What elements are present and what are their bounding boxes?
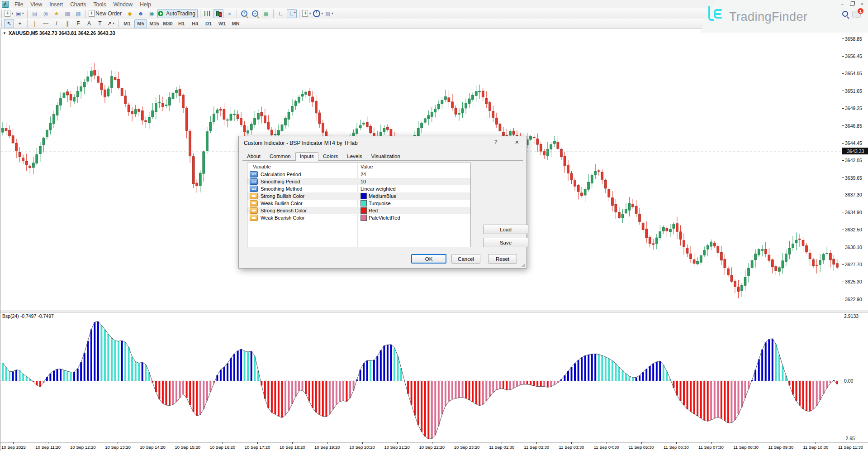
text-tool[interactable]: A xyxy=(84,19,94,28)
value-cell[interactable]: Red xyxy=(360,207,378,214)
menu-insert[interactable]: Insert xyxy=(46,1,66,8)
close-button[interactable]: × xyxy=(857,0,867,7)
value-cell[interactable]: PaleVioletRed xyxy=(360,215,400,221)
equidistant-channel-tool[interactable]: ∥ xyxy=(62,19,72,28)
metaeditor-button[interactable]: ◆ xyxy=(125,9,135,18)
price-axis[interactable]: 3658.853656.453654.053651.653649.253646.… xyxy=(842,29,868,310)
timeframe-mn[interactable]: MN xyxy=(229,19,242,28)
tile-windows-button[interactable]: ▦ xyxy=(261,9,271,18)
new-chart-icon: + xyxy=(5,10,10,17)
arrows-tool[interactable]: ↗▾ xyxy=(106,19,116,28)
indicators-button[interactable]: +▾ xyxy=(302,9,312,18)
dialog-resize-grip[interactable] xyxy=(522,263,525,267)
ok-button[interactable]: OK xyxy=(411,254,446,264)
tab-colors[interactable]: Colors xyxy=(318,152,342,160)
zoom-out-button[interactable]: − xyxy=(250,9,260,18)
value-cell[interactable]: Linear weighted xyxy=(360,186,396,192)
fibonacci-tool[interactable]: F xyxy=(73,19,83,28)
arrows-dropdown-icon[interactable]: ▾ xyxy=(113,22,114,25)
tab-visualization[interactable]: Visualization xyxy=(367,152,405,160)
table-row[interactable]: 123Smoothing MethodLinear weighted xyxy=(247,185,470,192)
table-row[interactable]: Weak Bullish ColorTurquoise xyxy=(247,200,470,207)
data-window-button[interactable]: ◎ xyxy=(41,9,51,18)
table-row[interactable]: Weak Bearish ColorPaleVioletRed xyxy=(247,214,470,221)
table-row[interactable]: 123Calculation Period24 xyxy=(247,171,470,178)
symbol-dropdown-icon[interactable]: ▼ xyxy=(3,31,6,35)
chart-candles-button[interactable] xyxy=(213,9,223,18)
table-row[interactable]: 123Smoothing Period10 xyxy=(247,178,470,185)
save-button[interactable]: Save xyxy=(483,238,528,247)
menu-charts[interactable]: Charts xyxy=(66,1,90,8)
autotrading-button[interactable]: AutoTrading xyxy=(157,9,198,18)
tab-inputs[interactable]: Inputs xyxy=(295,152,318,161)
menu-window[interactable]: Window xyxy=(110,1,137,8)
time-axis[interactable]: 10 Sep 202510 Sep 11:2010 Sep 12:2010 Se… xyxy=(0,442,868,451)
menu-tools[interactable]: Tools xyxy=(90,1,110,8)
navigator-button[interactable]: ★ xyxy=(52,9,62,18)
notifications-button[interactable]: ◉ xyxy=(147,9,157,18)
timeframe-d1[interactable]: D1 xyxy=(202,19,215,28)
crosshair-tool[interactable]: + xyxy=(15,19,25,28)
time-tick-mark xyxy=(153,442,153,444)
strategy-tester-button[interactable]: ▧ xyxy=(73,9,83,18)
chart-shift-button[interactable]: ∟▸ xyxy=(287,9,297,18)
horizontal-line-tool[interactable]: — xyxy=(41,19,51,28)
table-row[interactable]: Strong Bearish ColorRed xyxy=(247,207,470,214)
menu-help[interactable]: Help xyxy=(136,1,155,8)
templates-icon: ▨ xyxy=(325,11,330,16)
community-button[interactable]: ☻ xyxy=(136,9,146,18)
vertical-line-tool[interactable]: | xyxy=(30,19,40,28)
indicator-axis[interactable]: 2.9133 0.00 -2.65 xyxy=(842,312,868,442)
timeframe-h4[interactable]: H4 xyxy=(189,19,201,28)
timeframe-h1[interactable]: H1 xyxy=(175,19,188,28)
periods-button[interactable]: ▾ xyxy=(313,9,323,18)
value-cell[interactable]: Turquoise xyxy=(360,200,391,206)
market-watch-button[interactable]: ▤ xyxy=(30,9,40,18)
value-cell[interactable]: MediumBlue xyxy=(360,193,396,199)
dialog-help-button[interactable]: ? xyxy=(490,139,502,147)
timeframe-m30[interactable]: M30 xyxy=(161,19,174,28)
periods-dropdown-icon[interactable]: ▾ xyxy=(321,12,323,15)
tab-common[interactable]: Common xyxy=(265,152,295,160)
cancel-button[interactable]: Cancel xyxy=(451,254,480,264)
timeframe-m15[interactable]: M15 xyxy=(148,19,161,28)
profiles-dropdown-icon[interactable]: ▾ xyxy=(22,12,24,15)
trendline-tool[interactable]: / xyxy=(52,19,62,28)
templates-button[interactable]: ▨▾ xyxy=(324,9,334,18)
indicator-pane[interactable]: Bsp(24) -0.7497 -0.7497 xyxy=(0,312,842,442)
new-order-button[interactable]: +New Order xyxy=(88,9,124,18)
mt4-window: FileViewInsertChartsToolsWindowHelp –× +… xyxy=(0,0,868,451)
table-row[interactable]: Strong Bullish ColorMediumBlue xyxy=(247,192,470,200)
value-cell[interactable]: 24 xyxy=(360,172,366,177)
chart-bars-button[interactable] xyxy=(203,9,213,18)
tab-levels[interactable]: Levels xyxy=(342,152,366,160)
new-chart-dropdown-icon[interactable]: ▾ xyxy=(11,12,13,15)
indicators-dropdown-icon[interactable]: ▾ xyxy=(309,12,311,15)
restore-button[interactable] xyxy=(847,0,857,7)
price-tick-label: 3632.50 xyxy=(845,227,862,232)
text-label-tool[interactable]: T xyxy=(95,19,105,28)
search-icon[interactable] xyxy=(842,11,848,17)
zoom-in-button[interactable]: + xyxy=(239,9,249,18)
profiles-button[interactable]: ▣▾ xyxy=(15,9,25,18)
reset-button[interactable]: Reset xyxy=(488,254,517,264)
dialog-title-bar[interactable]: Custom Indicator - BSP Indicator MT4 by … xyxy=(239,136,526,150)
cursor-tool[interactable]: ↖ xyxy=(4,19,14,28)
timeframe-w1[interactable]: W1 xyxy=(216,19,228,28)
templates-dropdown-icon[interactable]: ▾ xyxy=(332,12,333,15)
value-cell[interactable]: 10 xyxy=(360,179,366,184)
auto-scroll-button[interactable]: ∟ xyxy=(276,9,286,18)
load-button[interactable]: Load xyxy=(483,225,528,234)
time-tick-mark xyxy=(536,442,537,444)
timeframe-m5[interactable]: M5 xyxy=(134,19,147,28)
timeframe-m1[interactable]: M1 xyxy=(121,19,133,28)
terminal-button[interactable]: ▥ xyxy=(62,9,72,18)
bsp-histogram[interactable] xyxy=(0,312,842,442)
chart-line-button[interactable]: ≈ xyxy=(224,9,234,18)
tab-about[interactable]: About xyxy=(242,152,265,160)
dialog-close-button[interactable]: × xyxy=(510,138,524,147)
minimize-button[interactable]: – xyxy=(837,0,847,7)
menu-file[interactable]: File xyxy=(11,1,27,8)
new-chart-button[interactable]: +▾ xyxy=(4,9,14,18)
menu-view[interactable]: View xyxy=(27,1,46,8)
